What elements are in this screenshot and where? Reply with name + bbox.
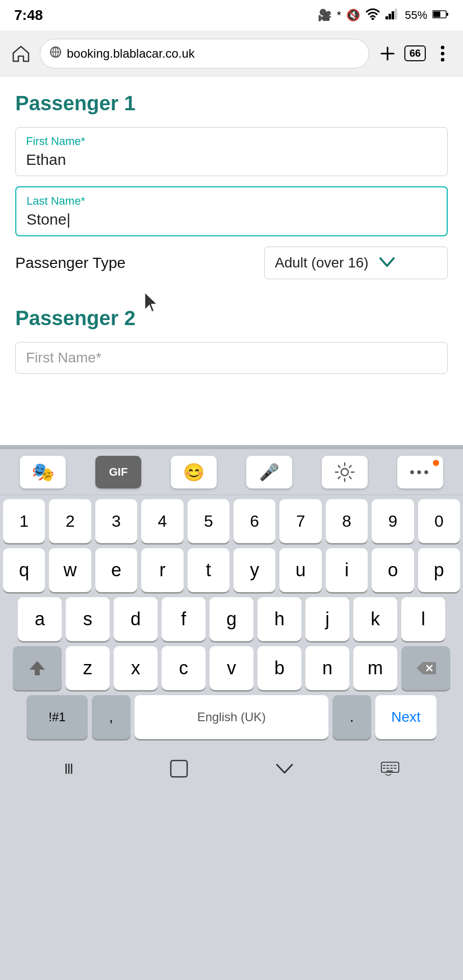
key-r[interactable]: r	[141, 548, 183, 592]
key-n[interactable]: n	[305, 646, 349, 690]
tabs-button[interactable]: 66	[405, 43, 425, 64]
first-name-value: Ethan	[26, 151, 437, 168]
gif-button[interactable]: GIF	[95, 456, 141, 488]
key-9[interactable]: 9	[372, 499, 414, 543]
key-8[interactable]: 8	[326, 499, 368, 543]
browser-actions: 66	[377, 43, 453, 64]
svg-rect-2	[389, 14, 391, 19]
home-nav-button[interactable]	[164, 753, 194, 784]
key-l[interactable]: l	[401, 597, 445, 641]
keyboard[interactable]: 🎭 GIF 😊 🎤 ••• 1 2 3 4 5 6 7 8 9 0	[0, 449, 463, 980]
space-key[interactable]: English (UK)	[135, 695, 328, 739]
status-time: 7:48	[14, 7, 43, 23]
key-3[interactable]: 3	[95, 499, 137, 543]
key-o[interactable]: o	[372, 548, 414, 592]
url-text: booking.blablacar.co.uk	[67, 46, 195, 61]
symbols-key[interactable]: !#1	[27, 695, 88, 739]
svg-rect-3	[392, 11, 394, 19]
browser-home-button[interactable]	[10, 43, 32, 64]
key-w[interactable]: w	[49, 548, 91, 592]
period-key[interactable]: .	[332, 695, 371, 739]
key-x[interactable]: x	[114, 646, 158, 690]
emoji-sticker-button[interactable]: 🎭	[20, 456, 66, 488]
passenger-type-value: Adult (over 16)	[275, 255, 369, 271]
key-6[interactable]: 6	[234, 499, 275, 543]
svg-point-0	[371, 18, 374, 20]
key-b[interactable]: b	[258, 646, 301, 690]
key-k[interactable]: k	[353, 597, 397, 641]
passenger2-first-name-placeholder: First Name*	[26, 350, 437, 366]
keyboard-toolbar: 🎭 GIF 😊 🎤 •••	[0, 449, 463, 495]
system-nav	[0, 748, 463, 789]
keyboard-settings-button[interactable]	[322, 456, 368, 488]
key-z[interactable]: z	[66, 646, 110, 690]
key-2[interactable]: 2	[49, 499, 91, 543]
key-h[interactable]: h	[258, 597, 301, 641]
svg-point-14	[441, 45, 445, 49]
key-q[interactable]: q	[3, 548, 45, 592]
key-5[interactable]: 5	[188, 499, 229, 543]
key-c[interactable]: c	[162, 646, 205, 690]
a-row: a s d f g h j k l	[3, 597, 460, 641]
url-security-icon	[49, 46, 62, 61]
first-name-field[interactable]: First Name* Ethan	[15, 127, 448, 176]
keyboard-rows: 1 2 3 4 5 6 7 8 9 0 q w e r t y u i o p …	[0, 495, 463, 748]
key-g[interactable]: g	[210, 597, 253, 641]
url-bar[interactable]: booking.blablacar.co.uk	[40, 39, 369, 68]
key-4[interactable]: 4	[141, 499, 183, 543]
tabs-count[interactable]: 66	[404, 45, 426, 61]
shift-key[interactable]	[13, 646, 62, 690]
browser-bar: booking.blablacar.co.uk 66	[0, 31, 463, 77]
passenger-type-dropdown[interactable]: Adult (over 16)	[264, 247, 448, 279]
key-s[interactable]: s	[66, 597, 110, 641]
key-v[interactable]: v	[210, 646, 253, 690]
passenger2-first-name-field[interactable]: First Name*	[15, 342, 448, 374]
last-name-label: Last Name*	[27, 194, 436, 208]
passenger1-heading: Passenger 1	[15, 92, 448, 115]
key-j[interactable]: j	[305, 597, 349, 641]
key-a[interactable]: a	[18, 597, 62, 641]
passenger2-section: Passenger 2 First Name*	[15, 307, 448, 374]
mute-icon: 🔇	[346, 9, 360, 22]
keyboard-nav-button[interactable]	[375, 753, 405, 784]
svg-point-15	[441, 52, 445, 55]
passenger-type-row: Passenger Type Adult (over 16)	[15, 247, 448, 279]
microphone-button[interactable]: 🎤	[246, 456, 292, 488]
number-row: 1 2 3 4 5 6 7 8 9 0	[3, 499, 460, 543]
comma-key[interactable]: ,	[92, 695, 131, 739]
bluetooth-icon: *	[337, 9, 341, 22]
key-7[interactable]: 7	[279, 499, 321, 543]
next-key[interactable]: Next	[375, 695, 436, 739]
z-row: z x c v b n m	[3, 646, 460, 690]
back-nav-button[interactable]	[58, 753, 89, 784]
key-y[interactable]: y	[234, 548, 275, 592]
more-options-button[interactable]: •••	[397, 456, 443, 488]
key-f[interactable]: f	[162, 597, 205, 641]
bottom-row: !#1 , English (UK) . Next	[3, 695, 460, 739]
battery-status: 55%	[405, 9, 427, 22]
key-m[interactable]: m	[353, 646, 397, 690]
wifi-icon	[365, 8, 380, 23]
emoji-button[interactable]: 😊	[171, 456, 217, 488]
key-p[interactable]: p	[418, 548, 460, 592]
last-name-field[interactable]: Last Name* Stone	[15, 186, 448, 236]
recents-nav-button[interactable]	[269, 753, 300, 784]
key-d[interactable]: d	[114, 597, 158, 641]
passenger2-heading: Passenger 2	[15, 307, 448, 330]
key-i[interactable]: i	[326, 548, 368, 592]
svg-rect-7	[447, 13, 448, 16]
key-e[interactable]: e	[95, 548, 137, 592]
main-content: Passenger 1 First Name* Ethan Last Name*…	[0, 77, 463, 374]
browser-menu-button[interactable]	[432, 43, 453, 64]
key-1[interactable]: 1	[3, 499, 45, 543]
key-0[interactable]: 0	[418, 499, 460, 543]
add-tab-button[interactable]	[377, 43, 398, 64]
key-t[interactable]: t	[188, 548, 229, 592]
key-u[interactable]: u	[279, 548, 321, 592]
svg-point-25	[341, 469, 348, 476]
passenger-type-label: Passenger Type	[15, 254, 125, 272]
backspace-key[interactable]	[401, 646, 450, 690]
svg-rect-31	[171, 761, 187, 777]
camera-icon: 🎥	[318, 9, 331, 22]
battery-icon	[432, 9, 449, 22]
